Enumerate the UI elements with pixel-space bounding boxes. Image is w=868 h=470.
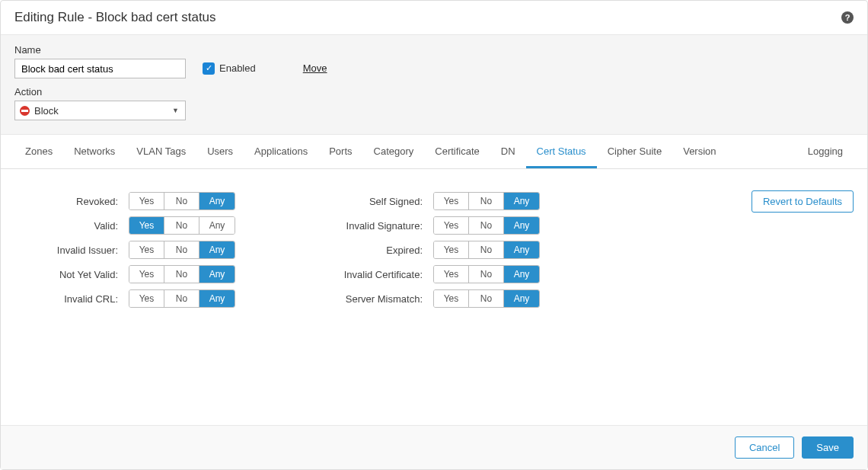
- segment-yes[interactable]: Yes: [129, 193, 164, 209]
- tab-cipher-suite[interactable]: Cipher Suite: [597, 135, 673, 168]
- tabs-bar: ZonesNetworksVLAN TagsUsersApplicationsP…: [1, 135, 867, 169]
- tab-certificate[interactable]: Certificate: [424, 135, 490, 168]
- segment-any[interactable]: Any: [504, 217, 539, 234]
- name-row: Name ✓ Enabled Move: [14, 44, 854, 78]
- segment-yes[interactable]: Yes: [434, 193, 469, 209]
- status-label: Expired:: [289, 245, 433, 256]
- segmented-control: YesNoAny: [129, 265, 235, 283]
- segment-any[interactable]: Any: [199, 266, 235, 283]
- tab-content: Revoked:YesNoAnyValid:YesNoAnyInvalid Is…: [1, 169, 867, 425]
- chevron-down-icon: ▼: [172, 107, 179, 114]
- segment-any[interactable]: Any: [504, 290, 539, 307]
- segment-any[interactable]: Any: [199, 217, 235, 234]
- segment-any[interactable]: Any: [199, 290, 235, 307]
- tab-networks[interactable]: Networks: [63, 135, 126, 168]
- status-label: Valid:: [14, 220, 129, 232]
- tab-category[interactable]: Category: [363, 135, 425, 168]
- tab-applications[interactable]: Applications: [244, 135, 318, 168]
- rule-dialog: Editing Rule - Block bad cert status ? N…: [0, 0, 868, 470]
- status-row: Not Yet Valid:YesNoAny: [14, 264, 235, 285]
- segment-no[interactable]: No: [469, 266, 504, 283]
- segment-yes[interactable]: Yes: [434, 241, 469, 258]
- segment-no[interactable]: No: [469, 193, 504, 209]
- status-row: Invalid Issuer:YesNoAny: [14, 239, 235, 261]
- enabled-checkbox-wrap: ✓ Enabled: [203, 62, 256, 75]
- action-value: Block: [34, 105, 59, 117]
- status-label: Invalid Signature:: [289, 220, 433, 232]
- segmented-control: YesNoAny: [433, 216, 540, 235]
- tab-users[interactable]: Users: [196, 135, 244, 168]
- dialog-footer: Cancel Save: [1, 425, 867, 469]
- status-label: Revoked:: [14, 196, 129, 207]
- segmented-control: YesNoAny: [129, 216, 235, 235]
- status-row: Server Mismatch:YesNoAny: [289, 288, 540, 309]
- segmented-control: YesNoAny: [129, 241, 235, 259]
- status-label: Not Yet Valid:: [14, 269, 129, 280]
- segment-no[interactable]: No: [469, 217, 504, 234]
- status-row: Expired:YesNoAny: [289, 239, 540, 261]
- segmented-control: YesNoAny: [129, 192, 235, 210]
- segment-no[interactable]: No: [164, 290, 199, 307]
- segmented-control: YesNoAny: [129, 289, 235, 308]
- tab-zones[interactable]: Zones: [14, 135, 63, 168]
- segment-no[interactable]: No: [469, 241, 504, 258]
- status-row: Self Signed:YesNoAny: [289, 190, 540, 212]
- revert-button[interactable]: Revert to Defaults: [752, 190, 854, 213]
- status-row: Invalid CRL:YesNoAny: [14, 288, 235, 309]
- segment-no[interactable]: No: [164, 193, 199, 209]
- enabled-checkbox[interactable]: ✓: [203, 62, 215, 75]
- status-column-left: Revoked:YesNoAnyValid:YesNoAnyInvalid Is…: [14, 190, 235, 404]
- status-row: Valid:YesNoAny: [14, 215, 235, 236]
- tab-dn[interactable]: DN: [490, 135, 526, 168]
- name-field-block: Name: [14, 44, 186, 78]
- cancel-button[interactable]: Cancel: [735, 436, 794, 459]
- save-button[interactable]: Save: [802, 436, 854, 459]
- action-select[interactable]: Block ▼: [14, 101, 186, 120]
- segment-yes[interactable]: Yes: [129, 241, 164, 258]
- status-row: Invalid Signature:YesNoAny: [289, 215, 540, 236]
- status-label: Invalid Certificate:: [289, 269, 433, 280]
- status-row: Invalid Certificate:YesNoAny: [289, 264, 540, 285]
- tab-ports[interactable]: Ports: [318, 135, 362, 168]
- tab-version[interactable]: Version: [672, 135, 726, 168]
- status-column-right: Self Signed:YesNoAnyInvalid Signature:Ye…: [289, 190, 540, 404]
- action-field-block: Action Block ▼: [14, 86, 854, 120]
- segment-no[interactable]: No: [164, 217, 199, 234]
- segment-yes[interactable]: Yes: [434, 290, 469, 307]
- status-row: Revoked:YesNoAny: [14, 190, 235, 212]
- segment-yes[interactable]: Yes: [434, 266, 469, 283]
- status-label: Self Signed:: [289, 196, 433, 207]
- dialog-header: Editing Rule - Block bad cert status ?: [1, 1, 867, 35]
- name-label: Name: [14, 44, 186, 56]
- move-link[interactable]: Move: [303, 62, 327, 74]
- tab-cert-status[interactable]: Cert Status: [526, 135, 597, 168]
- help-icon[interactable]: ?: [841, 11, 854, 24]
- segmented-control: YesNoAny: [433, 241, 540, 259]
- segment-no[interactable]: No: [164, 266, 199, 283]
- enabled-label: Enabled: [219, 62, 256, 74]
- segment-any[interactable]: Any: [504, 241, 539, 258]
- name-input[interactable]: [14, 59, 186, 78]
- segment-yes[interactable]: Yes: [129, 290, 164, 307]
- dialog-title: Editing Rule - Block bad cert status: [14, 10, 216, 25]
- tab-vlan-tags[interactable]: VLAN Tags: [126, 135, 196, 168]
- segmented-control: YesNoAny: [433, 192, 540, 210]
- segment-yes[interactable]: Yes: [129, 266, 164, 283]
- status-label: Server Mismatch:: [289, 293, 433, 305]
- tab-logging[interactable]: Logging: [797, 135, 854, 168]
- segment-any[interactable]: Any: [504, 193, 539, 209]
- segment-yes[interactable]: Yes: [129, 217, 164, 234]
- status-label: Invalid CRL:: [14, 293, 129, 305]
- form-area: Name ✓ Enabled Move Action Block ▼: [1, 35, 867, 135]
- segment-any[interactable]: Any: [199, 193, 235, 209]
- segmented-control: YesNoAny: [433, 289, 540, 308]
- status-label: Invalid Issuer:: [14, 245, 129, 256]
- segment-yes[interactable]: Yes: [434, 217, 469, 234]
- segment-any[interactable]: Any: [504, 266, 539, 283]
- segment-any[interactable]: Any: [199, 241, 235, 258]
- action-label: Action: [14, 86, 854, 98]
- segment-no[interactable]: No: [469, 290, 504, 307]
- block-icon: [20, 106, 30, 116]
- segmented-control: YesNoAny: [433, 265, 540, 283]
- segment-no[interactable]: No: [164, 241, 199, 258]
